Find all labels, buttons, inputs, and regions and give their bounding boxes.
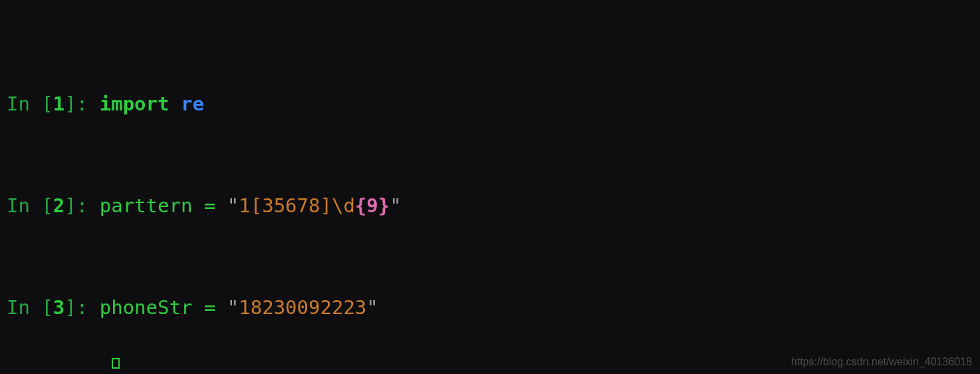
bracket-r: ] xyxy=(64,296,76,319)
in-prompt: In xyxy=(7,194,41,217)
bracket-l: [ xyxy=(41,194,53,217)
string-phone: 18230092223 xyxy=(239,296,366,319)
equals: = xyxy=(204,194,227,217)
var-parttern: parttern xyxy=(100,194,204,217)
cursor xyxy=(112,358,120,369)
cell-number: 3 xyxy=(53,296,64,319)
bracket-l: [ xyxy=(41,296,53,319)
in-prompt: In xyxy=(7,296,41,319)
bracket-r: ] xyxy=(64,194,76,217)
cell-2[interactable]: In [2]: parttern = "1[35678]\d{9}" xyxy=(7,196,973,216)
module-re: re xyxy=(181,93,204,115)
colon: : xyxy=(76,296,100,319)
var-phonestr: phoneStr xyxy=(100,296,204,319)
brace-n: 9 xyxy=(366,194,378,217)
colon: : xyxy=(76,194,100,217)
cell-1[interactable]: In [1]: import re xyxy=(7,94,973,114)
cell-number: 2 xyxy=(53,194,64,217)
brace-l: { xyxy=(355,194,366,217)
watermark: https://blog.csdn.net/weixin_40136018 xyxy=(791,357,972,367)
in-prompt: In xyxy=(7,93,41,115)
equals: = xyxy=(204,296,227,319)
brace-r: } xyxy=(378,194,390,217)
string-regex: 1[35678]\d xyxy=(239,194,355,217)
colon: : xyxy=(76,93,100,115)
keyword-import: import xyxy=(100,93,181,115)
bracket-r: ] xyxy=(64,93,76,115)
quote-open: " xyxy=(227,194,239,217)
quote-close: " xyxy=(390,194,401,217)
cell-number: 1 xyxy=(53,93,64,115)
quote-open: " xyxy=(227,296,239,319)
bracket-l: [ xyxy=(41,93,53,115)
cell-3[interactable]: In [3]: phoneStr = "18230092223" xyxy=(7,298,973,317)
quote-close: " xyxy=(366,296,378,319)
